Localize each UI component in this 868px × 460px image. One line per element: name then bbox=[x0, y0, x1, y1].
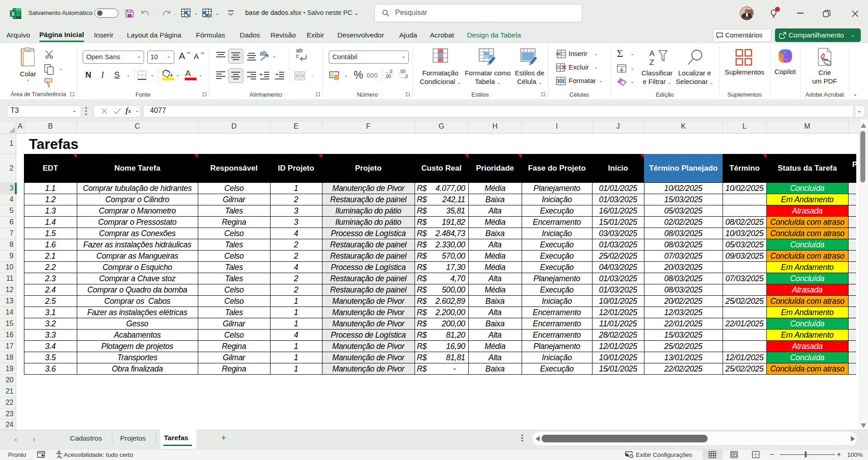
svg-text:A: A bbox=[649, 49, 655, 58]
svg-text:X: X bbox=[11, 11, 15, 17]
svg-text:Z: Z bbox=[649, 58, 654, 67]
